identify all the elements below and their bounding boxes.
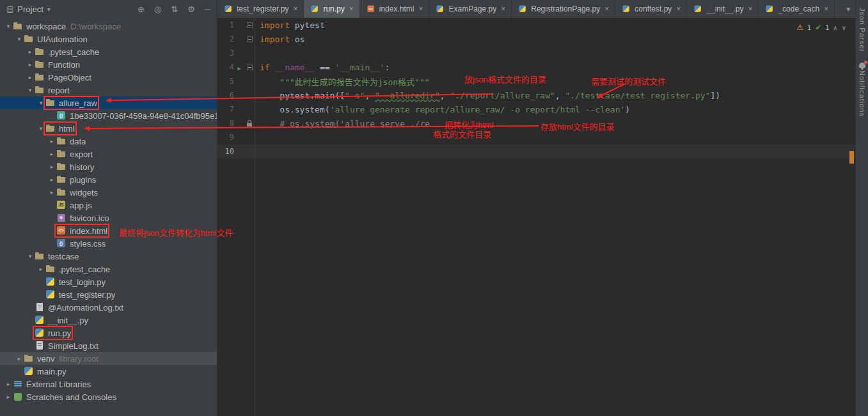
chevron-collapsed-icon[interactable]: ▸: [4, 394, 13, 400]
chevron-collapsed-icon[interactable]: ▸: [47, 151, 56, 157]
tree-item-1be33007-036f-459a-94e8-41c04fb95e1[interactable]: 1be33007-036f-459a-94e8-41c04fb95e1...: [0, 109, 217, 122]
chevron-expanded-icon[interactable]: ▾: [36, 125, 45, 132]
chevron-collapsed-icon[interactable]: ▸: [47, 138, 56, 144]
line-number[interactable]: 9: [217, 133, 234, 142]
line-number[interactable]: 7: [217, 105, 234, 114]
locate-icon[interactable]: ⊕: [138, 4, 145, 14]
tree-item-allure-raw[interactable]: ▾allure_raw: [0, 96, 217, 109]
notifications-tool-tab[interactable]: Notifications: [858, 70, 866, 117]
code-line-9[interactable]: 9: [217, 130, 855, 144]
editor[interactable]: 1import pytest2import os34▶if __name__ =…: [217, 18, 855, 416]
run-line-icon[interactable]: ▶: [237, 65, 241, 72]
close-tab-icon[interactable]: ×: [748, 4, 752, 13]
inspections-widget[interactable]: ⚠ 1 ✔ 1 ∧ ∨: [796, 23, 846, 32]
tree-item-run-py[interactable]: run.py: [0, 327, 217, 339]
line-number[interactable]: 3: [217, 49, 234, 58]
code-line-2[interactable]: 2import os: [217, 32, 855, 46]
line-number[interactable]: 1: [217, 20, 234, 29]
tree-item-pytest-cache[interactable]: ▸.pytest_cache: [0, 45, 217, 58]
chevron-collapsed-icon[interactable]: ▸: [36, 266, 45, 272]
tab-test-register-py[interactable]: test_register.py×: [217, 0, 304, 18]
tree-item-uiautomation[interactable]: ▾UIAutomation: [0, 33, 217, 45]
tree-item-test-login-py[interactable]: test_login.py: [0, 275, 217, 288]
chevron-collapsed-icon[interactable]: ▸: [47, 189, 56, 196]
tree-item-venv[interactable]: ▸venvlibrary root: [0, 352, 217, 365]
fold-region-icon[interactable]: [247, 65, 253, 70]
tree-item-main-py[interactable]: main.py: [0, 365, 217, 378]
close-tab-icon[interactable]: ×: [293, 4, 297, 13]
tree-item-plugins[interactable]: ▸plugins: [0, 173, 217, 186]
chevron-expanded-icon[interactable]: ▾: [36, 100, 45, 106]
tree-item-testcase[interactable]: ▾testcase: [0, 250, 217, 263]
chevron-collapsed-icon[interactable]: ▸: [15, 355, 24, 362]
tab-index-html[interactable]: index.html×: [360, 0, 430, 18]
tree-item-favicon-ico[interactable]: favicon.ico: [0, 212, 217, 224]
chevron-collapsed-icon[interactable]: ▸: [26, 74, 35, 81]
code-line-10[interactable]: 10: [217, 144, 855, 158]
line-number[interactable]: 6: [217, 91, 234, 100]
tree-item-app-js[interactable]: app.js: [0, 199, 217, 212]
tree-item-data[interactable]: ▸data: [0, 135, 217, 148]
chevron-expanded-icon[interactable]: ▾: [15, 36, 24, 42]
code-line-6[interactable]: 6 pytest.main(["-s", "--alluredir", "./r…: [217, 88, 855, 102]
collapse-all-icon[interactable]: ⇅: [171, 4, 178, 14]
tree-item-export[interactable]: ▸export: [0, 148, 217, 160]
chevron-down-icon[interactable]: ▾: [47, 6, 51, 13]
tree-item-automationlog-txt[interactable]: @AutomationLog.txt: [0, 301, 217, 314]
code-line-7[interactable]: 7 os.system('allure generate report/allu…: [217, 102, 855, 116]
close-tab-icon[interactable]: ×: [418, 4, 423, 13]
notifications-bell-icon[interactable]: [859, 63, 865, 68]
code-line-4[interactable]: 4▶if __name__ == '__main__':: [217, 60, 855, 74]
close-tab-icon[interactable]: ×: [676, 4, 681, 13]
tree-item-simplelog-txt[interactable]: SimpleLog.txt: [0, 339, 217, 352]
hide-panel-icon[interactable]: ─: [205, 4, 210, 14]
tree-item-external-libraries[interactable]: ▸External Libraries: [0, 378, 217, 390]
tab-run-py[interactable]: run.py×: [304, 0, 359, 18]
line-number[interactable]: 5: [217, 77, 234, 86]
next-highlight-chevron-down-icon[interactable]: ∨: [842, 24, 846, 31]
close-tab-icon[interactable]: ×: [501, 4, 505, 13]
tree-item-styles-css[interactable]: styles.css: [0, 237, 217, 250]
chevron-expanded-icon[interactable]: ▾: [26, 253, 35, 259]
tree-item-function[interactable]: ▸Function: [0, 58, 217, 71]
tab-code-cach[interactable]: _code_cach×: [759, 0, 835, 18]
code-line-3[interactable]: 3: [217, 46, 855, 60]
code-line-1[interactable]: 1import pytest: [217, 18, 855, 32]
tree-item-html[interactable]: ▾html: [0, 122, 217, 135]
chevron-collapsed-icon[interactable]: ▸: [47, 164, 56, 170]
close-tab-icon[interactable]: ×: [604, 4, 609, 13]
chevron-expanded-icon[interactable]: ▾: [26, 87, 35, 93]
fold-region-icon[interactable]: [247, 36, 253, 42]
tree-item-init-py[interactable]: __init__.py: [0, 314, 217, 327]
close-tab-icon[interactable]: ×: [349, 4, 354, 13]
json-parser-tool-tab[interactable]: Json Parser: [858, 8, 866, 52]
tab-init-py[interactable]: __init__.py×: [687, 0, 759, 18]
line-number[interactable]: 8: [217, 119, 234, 128]
chevron-collapsed-icon[interactable]: ▸: [26, 61, 35, 68]
tree-item-workspace[interactable]: ▾workspaceD:\workspace: [0, 20, 217, 33]
tab-exampage-py[interactable]: ExamPage.py×: [429, 0, 512, 18]
tree-item-report[interactable]: ▾report: [0, 84, 217, 96]
tree-item-pageobject[interactable]: ▸PageObject: [0, 71, 217, 84]
chevron-collapsed-icon[interactable]: ▸: [4, 381, 13, 387]
tree-item-test-register-py[interactable]: test_register.py: [0, 288, 217, 301]
tree-item-index-html[interactable]: index.html: [0, 224, 217, 237]
fold-region-icon[interactable]: [247, 22, 253, 28]
tree-item-history[interactable]: ▸history: [0, 160, 217, 173]
tree-item-pytest-cache[interactable]: ▸.pytest_cache: [0, 263, 217, 275]
tab-registrationpage-py[interactable]: RegistrationPage.py×: [512, 0, 615, 18]
previous-highlight-chevron-up-icon[interactable]: ∧: [833, 24, 837, 31]
chevron-collapsed-icon[interactable]: ▸: [26, 49, 35, 55]
line-number[interactable]: 2: [217, 35, 234, 43]
line-number[interactable]: 10: [217, 147, 234, 156]
settings-icon[interactable]: ⚙: [187, 4, 195, 14]
chevron-expanded-icon[interactable]: ▾: [4, 23, 13, 29]
code-line-8[interactable]: 8 # os.system('allure serve ./re: [217, 116, 855, 130]
line-number[interactable]: 4: [217, 63, 234, 72]
tab-conftest-py[interactable]: conftest.py×: [615, 0, 687, 18]
chevron-collapsed-icon[interactable]: ▸: [47, 176, 56, 183]
tree-item-scratches-and-consoles[interactable]: ▸Scratches and Consoles: [0, 390, 217, 403]
project-panel-title[interactable]: Project: [17, 4, 43, 14]
tree-item-widgets[interactable]: ▸widgets: [0, 186, 217, 199]
scrollbar-caret-mark[interactable]: [849, 151, 854, 164]
